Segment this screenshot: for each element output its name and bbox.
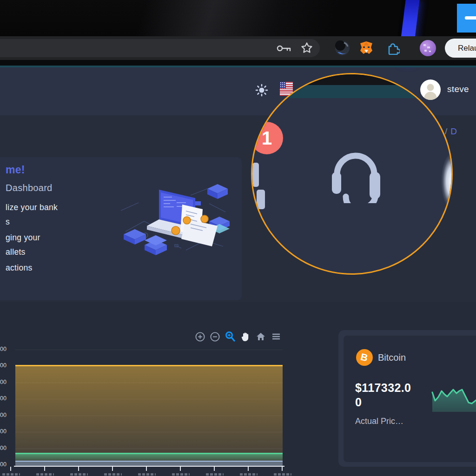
relaunch-button[interactable]: Relau [445, 39, 476, 58]
welcome-body-line: s [6, 217, 10, 227]
bitcoin-price-line1: $117332.0 [355, 381, 411, 395]
browser-profile-avatar[interactable] [420, 40, 436, 56]
bitcoin-icon: B [356, 349, 373, 366]
star-bookmark-icon[interactable] [300, 41, 314, 55]
welcome-body-line: allets [6, 247, 26, 257]
headset-support-icon[interactable] [325, 143, 386, 203]
moon-extension-icon[interactable] [335, 40, 350, 56]
y-axis-label: 00 [0, 362, 8, 369]
metamask-icon[interactable] [359, 40, 374, 55]
chrome-bottom-strip [0, 60, 476, 66]
breadcrumb-current[interactable]: D [450, 126, 457, 136]
flag-canton [280, 82, 286, 88]
y-axis-label: 00 [0, 379, 8, 385]
username-label[interactable]: steve [447, 84, 469, 94]
y-axis-label: 00 [0, 445, 8, 451]
bitcoin-price-line2: 0 [355, 396, 362, 409]
chart-area-yellow-series[interactable] [15, 365, 283, 466]
menu-icon[interactable] [271, 331, 282, 342]
y-axis-label: 00 [0, 412, 8, 418]
bell-icon-fragment [257, 190, 265, 209]
zoom-out-icon[interactable] [210, 331, 220, 342]
user-avatar[interactable] [420, 79, 441, 100]
chart-toolbar [195, 331, 282, 342]
update-banner [457, 4, 476, 33]
welcome-body-line: actions [6, 263, 33, 273]
bitcoin-name-label: Bitcoin [378, 352, 406, 363]
y-axis-label: 00 [0, 461, 8, 468]
y-axis-label: 00 [0, 395, 8, 402]
y-axis-label: 00 [0, 346, 8, 352]
pan-hand-icon[interactable] [240, 331, 251, 342]
welcome-body-line: lize your bank [6, 203, 58, 212]
bitcoin-subtitle: Actual Pric… [355, 416, 403, 426]
browser-toolbar: Relau [0, 36, 476, 60]
x-axis-line [14, 466, 284, 467]
chart-area-green-series[interactable] [15, 453, 283, 460]
zoom-in-icon[interactable] [195, 331, 205, 342]
key-icon[interactable] [276, 43, 292, 54]
y-axis-label: 00 [0, 428, 8, 435]
home-reset-icon[interactable] [255, 331, 266, 342]
screen: Relau steve ds/D me! Dashboard lize your… [0, 0, 476, 476]
selection-zoom-icon[interactable] [225, 331, 236, 342]
bell-icon-fragment [252, 163, 259, 187]
bitcoin-sparkline [431, 383, 476, 413]
welcome-body-line: ging your [6, 233, 40, 243]
page-top-border [0, 66, 476, 67]
person-silhouette-icon [420, 79, 441, 100]
extensions-puzzle-icon[interactable] [386, 41, 400, 55]
theme-toggle-sun-icon[interactable] [255, 83, 269, 97]
chart-area-blue-series[interactable] [15, 461, 283, 466]
welcome-title-fragment: me! [6, 164, 25, 176]
welcome-subtitle-fragment: Dashboard [6, 183, 53, 193]
banking-illustration [116, 176, 232, 257]
address-bar[interactable] [0, 39, 320, 57]
magnifier-lens: 1 [251, 73, 453, 275]
minimize-dash-icon [465, 16, 476, 20]
